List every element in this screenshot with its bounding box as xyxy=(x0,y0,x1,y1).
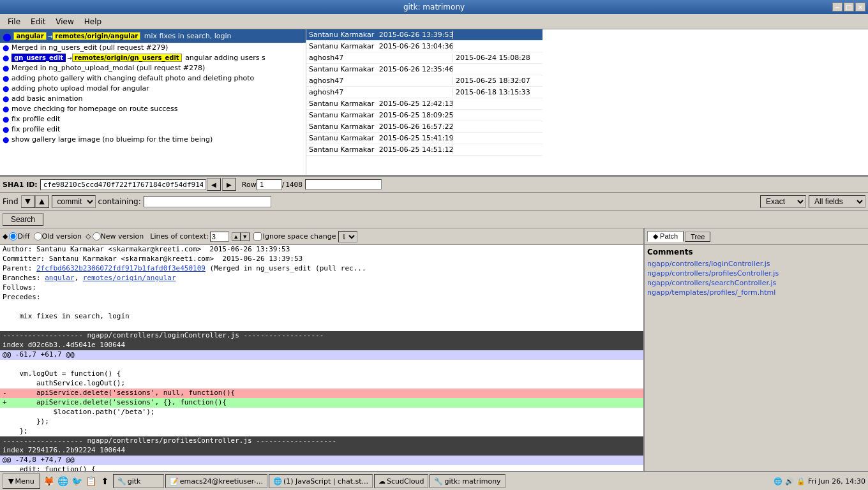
new-version-label: New version xyxy=(101,232,144,241)
containing-input[interactable] xyxy=(144,196,271,207)
find-down-button[interactable]: ▼ xyxy=(21,195,35,208)
diff-radio[interactable] xyxy=(9,232,17,241)
taskbar-gitk-icon-app[interactable]: 🔧 gitk xyxy=(113,474,164,488)
sha-next-button[interactable]: ▶ xyxy=(222,178,236,191)
parent-link[interactable]: 2fcfbd6632b2306072fdf917b1fafd0f3e450109 xyxy=(36,264,206,272)
find-up-button[interactable]: ▲ xyxy=(35,195,49,208)
ignore-space-checkbox[interactable] xyxy=(253,232,262,241)
context-down-button[interactable]: ▼ xyxy=(241,232,250,241)
menu-button[interactable]: ▼ Menu xyxy=(3,473,40,489)
bottom-area: ◆ Diff Old version ◇ New version Lines o… xyxy=(0,228,868,471)
menu-file[interactable]: File xyxy=(3,16,26,27)
sha-prev-button[interactable]: ◀ xyxy=(207,178,221,191)
diff-label: Diff xyxy=(17,232,29,241)
maximize-button[interactable]: □ xyxy=(844,3,854,11)
commit-date: 2015-06-25 15:41:19 xyxy=(377,134,453,142)
row-total: 1408 xyxy=(285,181,303,189)
commit-author: Santanu Karmakar 2015-06-25 15:41:19 xyxy=(306,134,453,142)
file-link[interactable]: ngapp/controllers/profilesController.js xyxy=(647,269,865,278)
commit-author: aghosh47 xyxy=(306,54,453,62)
search-row: Search xyxy=(0,211,868,228)
menu-help[interactable]: Help xyxy=(79,16,107,27)
table-row[interactable]: ● adding photo upload modal for angular xyxy=(0,84,306,94)
old-version-radio[interactable] xyxy=(34,232,42,241)
list-item[interactable]: aghosh47 2015-06-24 15:08:28 xyxy=(306,52,542,64)
list-item[interactable]: Santanu Karmakar 2015-06-25 18:09:25 xyxy=(306,110,542,121)
close-button[interactable]: ✕ xyxy=(855,3,865,11)
search-button[interactable]: Search xyxy=(3,213,43,226)
list-item[interactable]: Santanu Karmakar 2015-06-26 13:04:36 xyxy=(306,41,542,52)
diff-content[interactable]: Author: Santanu Karmakar <skarmakar@kree… xyxy=(0,245,643,471)
table-row[interactable]: ● fix profile edit xyxy=(0,114,306,124)
menu-bar: File Edit View Help xyxy=(0,14,868,29)
taskbar-browser-icon[interactable]: 🌐 xyxy=(57,475,70,487)
context-input[interactable] xyxy=(210,232,229,242)
sha-input[interactable] xyxy=(40,179,206,190)
new-version-radio[interactable] xyxy=(93,232,101,241)
right-pane: ◆ Patch Tree Comments ngapp/controllers/… xyxy=(645,228,868,471)
taskbar-bird-icon[interactable]: 🐦 xyxy=(71,475,84,487)
lines-of-context-label: Lines of context: xyxy=(150,232,208,241)
find-bar: Find ▼ ▲ commit containing: Exact Regexp… xyxy=(0,193,868,211)
list-item[interactable]: Santanu Karmakar 2015-06-25 15:41:19 xyxy=(306,133,542,144)
linewrap-dropdown[interactable]: Li No xyxy=(338,231,357,242)
commit-date: 2015-06-25 18:32:07 xyxy=(453,77,542,85)
taskbar-firefox-icon[interactable]: 🦊 xyxy=(43,475,56,487)
taskbar-scud-app[interactable]: ☁ ScudCloud xyxy=(374,474,428,488)
diff-line: $location.path('/beta'); xyxy=(0,408,643,417)
commit-graph[interactable]: ● angular→remotes/origin/angular mix fix… xyxy=(0,29,306,175)
list-item[interactable]: Santanu Karmakar 2015-06-25 14:51:12 xyxy=(306,144,542,156)
patch-tab[interactable]: ◆ Patch xyxy=(647,231,684,242)
list-item[interactable]: Santanu Karmakar 2015-06-25 12:42:13 xyxy=(306,98,542,110)
exact-dropdown[interactable]: Exact Regexp xyxy=(760,195,806,208)
row-input[interactable] xyxy=(257,179,282,190)
commit-author-date-panel[interactable]: Santanu Karmakar 2015-06-26 13:39:53Sant… xyxy=(306,29,542,175)
list-item[interactable]: aghosh47 2015-06-18 13:15:33 xyxy=(306,87,542,98)
list-item[interactable]: Santanu Karmakar 2015-06-26 12:35:46 xyxy=(306,64,542,75)
table-row[interactable]: ● fix profile edit xyxy=(0,124,306,135)
branch-link-angular[interactable]: angular xyxy=(45,274,74,282)
file-link[interactable]: ngapp/controllers/loginController.js xyxy=(647,259,865,269)
row-label: Row xyxy=(242,181,257,189)
table-row[interactable]: ● show gallery large image (no blueimp f… xyxy=(0,135,306,145)
commit-author: aghosh47 xyxy=(306,77,453,85)
taskbar-up-icon[interactable]: ⬆ xyxy=(99,475,112,487)
all-fields-dropdown[interactable]: All fields Headline Comments Author Comm… xyxy=(809,195,865,208)
gitk-icon: 🔧 xyxy=(117,477,126,486)
file-link[interactable]: ngapp/templates/profiles/_form.html xyxy=(647,288,865,297)
table-row[interactable]: ● adding photo gallery with changing def… xyxy=(0,73,306,84)
commit-date: 2015-06-25 18:09:25 xyxy=(377,111,453,119)
taskbar-clipboard-icon[interactable]: 📋 xyxy=(85,475,98,487)
table-row[interactable]: ● add basic animation xyxy=(0,94,306,104)
table-row[interactable]: ● Merged in ng_photo_upload_modal (pull … xyxy=(0,63,306,73)
branch-link-remote[interactable]: remotes/origin/angular xyxy=(83,274,176,282)
menu-edit[interactable]: Edit xyxy=(26,16,50,27)
patch-tree-tabs: ◆ Patch Tree xyxy=(645,228,868,245)
commit-date: 2015-06-25 12:42:13 xyxy=(377,100,453,108)
taskbar-js-app[interactable]: 🌐 (1) JavaScript | chat.st... xyxy=(269,474,373,488)
file-link[interactable]: ngapp/controllers/searchController.js xyxy=(647,278,865,288)
list-item[interactable]: Santanu Karmakar 2015-06-26 16:57:22 xyxy=(306,121,542,133)
commit-type-dropdown[interactable]: commit xyxy=(52,195,96,208)
table-row[interactable]: ● move checking for homepage on route su… xyxy=(0,104,306,114)
sha-label: SHA1 ID: xyxy=(3,181,38,189)
table-row[interactable]: ● gn_users_edit→remotes/origin/gn_users_… xyxy=(0,53,306,63)
context-up-button[interactable]: ▲ xyxy=(232,232,241,241)
table-row[interactable]: ● Merged in ng_users_edit (pull request … xyxy=(0,43,306,53)
sound-icon: 🔊 xyxy=(785,477,794,486)
list-item[interactable]: aghosh47 2015-06-25 18:32:07 xyxy=(306,75,542,87)
taskbar-emacs-app[interactable]: 📝 emacs24@kreetiuser-... xyxy=(165,474,267,488)
diff-line: authService.logOut(); xyxy=(0,379,643,389)
table-row[interactable]: ● angular→remotes/origin/angular mix fix… xyxy=(0,29,306,43)
minimize-button[interactable]: ─ xyxy=(832,3,842,11)
comments-section: Comments ngapp/controllers/loginControll… xyxy=(645,245,868,300)
list-item[interactable]: Santanu Karmakar 2015-06-26 13:39:53 xyxy=(306,29,542,41)
taskbar-emacs-label: emacs24@kreetiuser-... xyxy=(180,477,263,486)
commit-date: 2015-06-18 13:15:33 xyxy=(453,88,542,96)
find-label: Find xyxy=(3,197,19,206)
taskbar-gitk-matrimony-app[interactable]: 🔧 gitk: matrimony xyxy=(430,474,505,488)
diff-line: mix fixes in search, login xyxy=(0,312,643,322)
tree-tab[interactable]: Tree xyxy=(685,232,710,242)
menu-view[interactable]: View xyxy=(50,16,79,27)
commit-message: ● adding photo gallery with changing def… xyxy=(3,74,254,82)
